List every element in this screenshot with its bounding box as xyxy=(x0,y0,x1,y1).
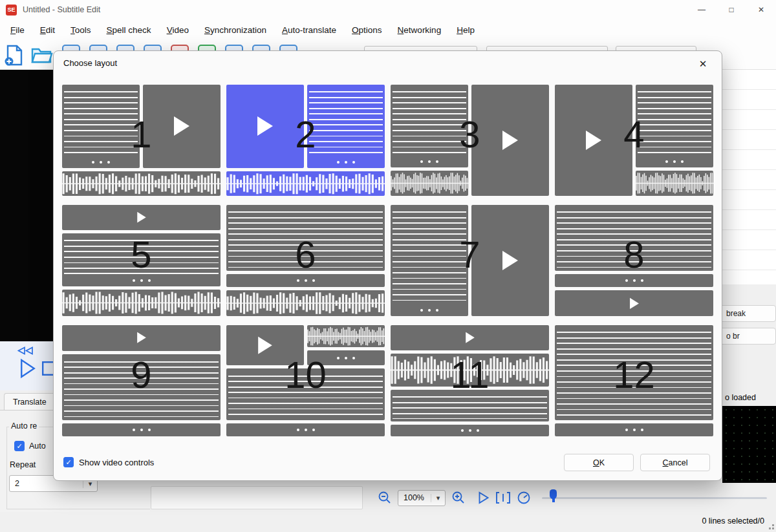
list-pane xyxy=(62,85,140,168)
waveform-pane xyxy=(636,171,713,196)
video-pane xyxy=(555,290,713,316)
video-pane xyxy=(226,325,304,365)
repeat-count-label: Repeat xyxy=(10,460,36,469)
layout-option-10[interactable]: 10 xyxy=(226,325,385,436)
columns-pane xyxy=(226,274,385,287)
center-view-icon[interactable] xyxy=(495,491,511,504)
tab-translate[interactable]: Translate xyxy=(4,393,56,410)
columns-pane xyxy=(62,423,221,436)
status-bar: 0 lines selected/0 xyxy=(0,512,776,532)
list-pane xyxy=(391,390,549,421)
zoom-in-icon[interactable] xyxy=(451,491,466,505)
menu-item-spell-check[interactable]: Spell check xyxy=(99,22,159,38)
maximize-button[interactable]: □ xyxy=(717,0,746,19)
close-button[interactable]: ✕ xyxy=(746,0,776,19)
video-pane xyxy=(471,205,549,316)
menu-item-networking[interactable]: Networking xyxy=(390,22,449,38)
waveform-pane xyxy=(307,325,385,347)
columns-pane xyxy=(555,274,713,287)
zoom-out-icon[interactable] xyxy=(378,491,392,505)
video-pane xyxy=(471,85,549,196)
video-pane xyxy=(143,85,221,168)
waveform-panel-corner xyxy=(722,406,776,483)
list-pane xyxy=(62,233,221,286)
show-video-controls-checkbox[interactable]: ✓ xyxy=(63,457,74,467)
menu-item-edit[interactable]: Edit xyxy=(32,22,63,38)
layout-option-12[interactable]: 12 xyxy=(555,325,713,436)
layout-option-3[interactable]: 3 xyxy=(391,85,549,196)
list-pane xyxy=(226,205,385,271)
menu-item-tools[interactable]: Tools xyxy=(63,22,99,38)
menu-item-video[interactable]: Video xyxy=(159,22,197,38)
lines-selected-status: 0 lines selected/0 xyxy=(702,516,764,526)
play-icon[interactable] xyxy=(19,358,36,379)
resize-grip-icon[interactable] xyxy=(772,527,774,529)
menu-item-file[interactable]: File xyxy=(3,22,32,38)
window-title: Untitled - Subtitle Edit xyxy=(23,5,100,14)
subtitle-list-right-edge xyxy=(722,70,776,284)
waveform-pane xyxy=(62,290,221,316)
open-folder-icon[interactable] xyxy=(31,45,53,65)
layout-option-2[interactable]: 2 xyxy=(226,85,385,196)
list-pane xyxy=(226,368,385,420)
list-pane xyxy=(555,325,713,420)
slider-handle[interactable] xyxy=(550,489,557,499)
list-pane xyxy=(62,354,221,421)
subtitle-text-editor[interactable] xyxy=(151,486,363,509)
layout-option-9[interactable]: 9 xyxy=(62,325,221,436)
layout-option-8[interactable]: 8 xyxy=(555,205,713,316)
dialog-close-button[interactable]: ✕ xyxy=(693,56,713,72)
layout-option-5[interactable]: 5 xyxy=(62,205,221,316)
video-pane xyxy=(555,85,632,196)
waveform-pane xyxy=(226,290,385,316)
new-file-icon[interactable] xyxy=(4,45,25,67)
columns-pane xyxy=(391,425,549,436)
video-pane xyxy=(226,85,304,168)
show-video-controls-label: Show video controls xyxy=(79,458,154,467)
waveform-controls: 100% ▾ xyxy=(367,484,776,512)
video-status-text: o loaded xyxy=(725,393,756,402)
list-pane xyxy=(391,205,468,316)
list-pane xyxy=(555,205,713,271)
cancel-button[interactable]: Cancel xyxy=(640,454,710,471)
columns-pane xyxy=(555,423,713,436)
play-selection-icon[interactable] xyxy=(478,491,490,504)
title-bar: SE Untitled - Subtitle Edit — □ ✕ xyxy=(0,0,776,19)
columns-pane xyxy=(307,350,385,365)
video-pane xyxy=(62,325,221,351)
columns-pane xyxy=(226,423,385,436)
playback-speed-icon[interactable] xyxy=(517,491,531,505)
layout-option-4[interactable]: 4 xyxy=(555,85,713,196)
auto-br-button[interactable]: o br xyxy=(720,328,776,345)
waveform-zoom-select[interactable]: 100% ▾ xyxy=(398,490,446,506)
menu-item-auto-translate[interactable]: Auto-translate xyxy=(274,22,344,38)
menu-item-options[interactable]: Options xyxy=(344,22,390,38)
layout-option-7[interactable]: 7 xyxy=(391,205,549,316)
waveform-pane xyxy=(391,171,468,196)
chevron-down-icon: ▾ xyxy=(431,494,445,502)
waveform-pane xyxy=(391,354,549,387)
layout-option-1[interactable]: 1 xyxy=(62,85,221,196)
auto-repeat-group-label: Auto re xyxy=(9,421,39,431)
menu-item-help[interactable]: Help xyxy=(449,22,482,38)
waveform-pane xyxy=(62,171,221,196)
ok-button[interactable]: OK xyxy=(564,454,634,471)
waveform-pane xyxy=(226,171,385,196)
layout-option-11[interactable]: 11 xyxy=(391,325,549,436)
unbreak-button[interactable]: break xyxy=(720,305,776,322)
list-pane xyxy=(636,85,713,167)
menu-item-synchronization[interactable]: Synchronization xyxy=(197,22,274,38)
rewind-icon[interactable] xyxy=(17,346,34,355)
playback-position-slider[interactable] xyxy=(542,497,767,499)
auto-repeat-label: Auto xyxy=(29,442,46,451)
layout-grid: 123456789101112 xyxy=(62,85,713,436)
video-pane xyxy=(391,325,549,350)
choose-layout-dialog: Choose layout ✕ 123456789101112 ✓ Show v… xyxy=(53,50,722,481)
video-pane xyxy=(62,205,221,230)
auto-repeat-checkbox[interactable]: ✓ xyxy=(14,441,25,451)
dialog-title: Choose layout xyxy=(63,58,117,68)
menu-bar: File Edit Tools Spell check Video Synchr… xyxy=(0,19,776,41)
layout-option-6[interactable]: 6 xyxy=(226,205,385,316)
list-pane xyxy=(391,85,468,167)
minimize-button[interactable]: — xyxy=(687,0,717,19)
